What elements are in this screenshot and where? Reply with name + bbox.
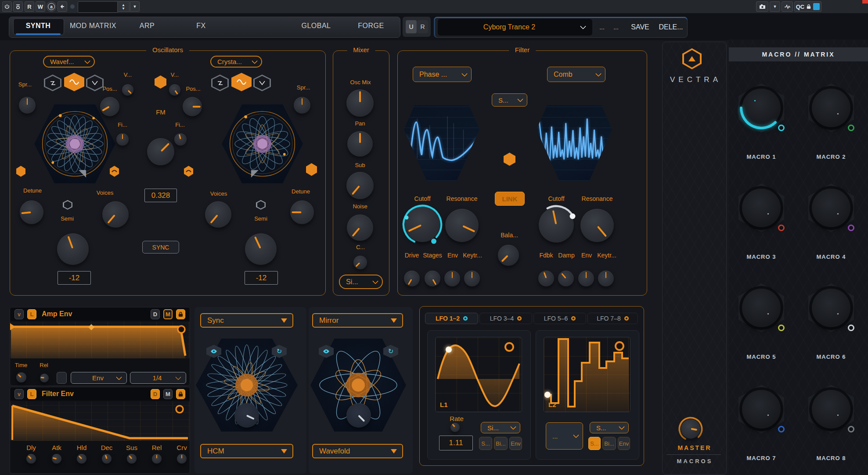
tab-forge[interactable]: FORGE [358,22,384,30]
filter-env-crv-knob[interactable] [177,454,187,464]
warp-right-top-dropdown[interactable]: Mirror [312,313,403,328]
redo-button[interactable]: R [417,20,428,33]
macros-label[interactable]: MACROS [662,458,726,464]
amp-env-rel-knob[interactable] [40,374,49,382]
preset-selector[interactable]: Cyborg Trance 2 [438,19,592,36]
lfo1-rate-knob[interactable] [450,423,460,432]
lfo1-shape-dropdown[interactable]: Si... [481,422,520,433]
osc2-fine-knob[interactable] [174,133,187,146]
quick-controls-button[interactable]: QC [794,1,821,12]
lfo1-display[interactable]: L1 [435,337,522,412]
osc1-spread-knob[interactable] [19,97,36,114]
amp-env-mode-dropdown[interactable]: Env [71,372,127,384]
pan-knob[interactable] [347,131,373,157]
preset-prev-button[interactable]: ... [596,17,608,37]
osc2-wavetable-dropdown[interactable]: Crysta... [210,56,262,68]
filter-env-dec-knob[interactable] [102,454,112,464]
amp-env-display[interactable] [10,321,190,358]
filter-right-keytrack-knob[interactable] [598,271,614,286]
warp-right-amount-knob[interactable] [346,403,371,428]
filter-env-view-button[interactable]: v [14,389,24,399]
lfo2-bipolar-button[interactable]: Bi... [602,437,616,450]
tab-mod-matrix[interactable]: MOD MATRIX [70,22,116,30]
osc1-semi-knob[interactable] [57,233,89,265]
osc2-spread-knob[interactable] [294,97,310,114]
warp-left-amount-knob[interactable] [234,403,259,428]
filter-env-draw-button[interactable]: D [151,389,160,399]
write-automation-button[interactable]: W [36,1,45,12]
filter-left-env-knob[interactable] [444,271,460,286]
noise-mode-dropdown[interactable]: Si... [339,275,383,289]
filter-drive-knob[interactable] [404,271,420,286]
filter-env-hld-knob[interactable] [77,454,86,464]
tab-arp[interactable]: ARP [140,22,155,30]
lfo2-display[interactable]: L2 [544,337,630,412]
lfo2-env-button[interactable]: Env [618,437,630,450]
filter-fdbk-knob[interactable] [538,271,554,286]
osc1-position-knob[interactable] [100,97,119,116]
filter-left-keytrack-knob[interactable] [464,271,480,286]
macro-4-knob[interactable] [812,189,850,227]
osc1-semi-value[interactable]: -12 [58,271,91,285]
lfo2-sync-button[interactable]: S... [588,437,601,450]
lfo1-sync-button[interactable]: S... [479,437,492,450]
filter-env-atk-knob[interactable] [52,454,61,464]
filter-env-mod-button[interactable]: M [163,389,173,399]
lfo-tab-7-8[interactable]: LFO 7–8 [587,313,638,324]
filter-env-display[interactable] [10,401,190,441]
lfo1-bipolar-button[interactable]: Bi... [494,437,508,450]
filter-env-loop-button[interactable]: L [27,389,36,399]
filter-right-res-knob[interactable] [580,209,614,242]
preset-number-field[interactable] [78,1,118,13]
amp-env-sync-checkbox[interactable] [57,372,67,384]
lfo-tab-1-2[interactable]: LFO 1–2 [425,313,478,324]
sub-knob[interactable] [346,172,374,199]
save-button[interactable]: SAVE [627,17,654,37]
snapshot-button[interactable] [756,1,768,12]
filter-right-type-dropdown[interactable]: Comb [547,67,605,82]
amp-env-time-knob[interactable] [16,372,26,382]
preset-dropdown-button[interactable]: ▼ [130,1,140,12]
tab-synth[interactable]: SYNTH [26,22,51,30]
filter-left-type-dropdown[interactable]: Phase ... [413,67,472,82]
osc1-vibrato-knob[interactable] [122,84,133,96]
osc1-wavetable-dropdown[interactable]: Wavef... [43,56,95,68]
osc2-position-knob[interactable] [183,97,202,116]
osc1-fine-knob[interactable] [116,133,129,146]
undo-arrow-button[interactable] [58,1,67,12]
filter-env-lock-button[interactable] [176,389,185,399]
link-button[interactable]: LINK [495,192,525,206]
amp-env-lock-button[interactable] [176,309,185,319]
warp-right-bottom-dropdown[interactable]: Wavefold [312,444,403,458]
lfo2-shape-dropdown[interactable]: S... [590,422,629,433]
filter-damp-knob[interactable] [558,271,574,286]
osc1-detune-knob[interactable] [20,200,43,224]
osc-mix-knob[interactable] [346,89,374,117]
lfo-tab-5-6[interactable]: LFO 5–6 [533,313,586,324]
master-knob[interactable] [681,419,700,439]
fm-knob[interactable] [147,138,174,165]
lfo2-menu-dropdown[interactable]: ... [546,422,583,450]
macro-7-knob[interactable] [742,390,781,429]
performance-meter-button[interactable] [782,1,793,12]
filter-routing-dropdown[interactable]: S... [492,93,527,107]
osc2-vibrato-knob[interactable] [169,84,180,96]
amp-env-rate-dropdown[interactable]: 1/4 [130,372,186,384]
preset-prev-next-stepper[interactable]: ▲ ▼ [117,1,130,12]
macro-2-knob[interactable] [812,89,850,127]
power-button[interactable] [2,1,12,12]
warp-left-top-dropdown[interactable]: Sync [200,313,293,328]
lfo1-env-button[interactable]: Env [509,437,522,450]
amp-env-loop-button[interactable]: L [27,309,36,319]
noise-knob[interactable] [347,214,373,241]
snapshot-dropdown-button[interactable]: ▼ [770,1,780,12]
filter-left-res-knob[interactable] [445,209,479,242]
filter-env-rel-knob[interactable] [152,454,162,464]
automation-button[interactable]: a [47,1,56,12]
lfo1-rate-value[interactable]: 1.11 [439,436,473,450]
amp-env-view-button[interactable]: v [14,309,24,319]
osc2-detune-knob[interactable] [290,200,314,224]
tab-global[interactable]: GLOBAL [301,22,331,30]
preset-next-button[interactable]: ... [610,17,622,37]
fm-value[interactable]: 0.328 [144,189,177,202]
